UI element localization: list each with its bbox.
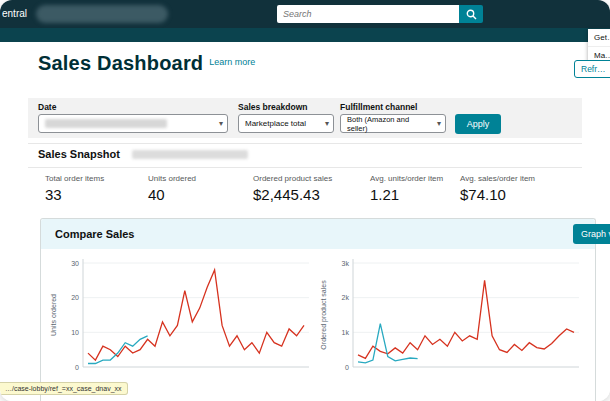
search-button[interactable] — [459, 5, 483, 23]
svg-text:0: 0 — [75, 364, 79, 371]
stat-label: Units ordered — [148, 174, 196, 183]
sales-breakdown-filter: Sales breakdown Marketplace total ▾ — [238, 102, 334, 133]
svg-text:0: 0 — [345, 364, 349, 371]
divider — [28, 143, 582, 144]
charts-row: 0102030Units ordered 01k2k3kOrdered prod… — [41, 249, 595, 381]
fulfillment-filter: Fulfillment channel Both (Amazon and sel… — [340, 102, 446, 133]
stat-value: 40 — [148, 186, 196, 203]
svg-text:30: 30 — [71, 260, 79, 267]
svg-text:3k: 3k — [342, 260, 350, 267]
divider — [28, 167, 582, 168]
sales-breakdown-select[interactable]: Marketplace total ▾ — [238, 114, 334, 133]
chevron-down-icon: ▾ — [325, 119, 329, 128]
filter-bar: Date ▾ Sales breakdown Marketplace total… — [28, 98, 582, 138]
units-ordered-chart: 0102030Units ordered — [47, 253, 317, 381]
date-filter: Date ▾ — [38, 102, 228, 133]
stat-label: Total order items — [45, 174, 104, 183]
svg-text:10: 10 — [71, 329, 79, 336]
page-title: Sales Dashboard — [38, 52, 203, 75]
redacted-account-info — [36, 5, 168, 23]
chevron-down-icon: ▾ — [437, 119, 441, 128]
stat-avg-units-order-item: Avg. units/order item 1.21 — [370, 174, 443, 203]
stat-value: 33 — [45, 186, 104, 203]
ordered-product-sales-chart: 01k2k3kOrdered product sales — [317, 253, 587, 381]
stat-units-ordered: Units ordered 40 — [148, 174, 196, 203]
stat-value: 1.21 — [370, 186, 443, 203]
chevron-down-icon: ▾ — [219, 119, 223, 128]
fulfillment-label: Fulfillment channel — [340, 102, 446, 112]
graph-view-button[interactable]: Graph vi… — [573, 224, 610, 244]
settings-flyout-menu: Get… Ma… — [588, 29, 610, 64]
svg-text:1k: 1k — [342, 329, 350, 336]
compare-sales-header: Compare Sales Graph vi… — [41, 219, 595, 249]
apply-button[interactable]: Apply — [455, 114, 501, 134]
stat-value: $2,445.43 — [253, 186, 332, 203]
stat-value: $74.10 — [460, 186, 535, 203]
seller-central-logo[interactable]: entral — [2, 8, 27, 19]
sales-snapshot-title: Sales Snapshot — [38, 148, 120, 160]
fulfillment-select[interactable]: Both (Amazon and seller) ▾ — [340, 114, 446, 133]
stat-ordered-product-sales: Ordered product sales $2,445.43 — [253, 174, 332, 203]
main-content: Sales Dashboard Learn more Date ▾ Sales … — [0, 42, 610, 401]
top-header: entral — [0, 0, 610, 28]
compare-sales-title: Compare Sales — [55, 228, 134, 240]
browser-window: entral Get… Ma… Refr… Sales Dashboard Le… — [0, 0, 610, 401]
redacted-date-value — [45, 119, 167, 128]
sales-breakdown-label: Sales breakdown — [238, 102, 334, 112]
stat-label: Avg. units/order item — [370, 174, 443, 183]
flyout-menu-item[interactable]: Get… — [588, 29, 610, 47]
page-title-row: Sales Dashboard Learn more — [38, 52, 255, 75]
date-select[interactable]: ▾ — [38, 114, 228, 133]
date-filter-label: Date — [38, 102, 228, 112]
stat-total-order-items: Total order items 33 — [45, 174, 104, 203]
compare-sales-panel: Compare Sales Graph vi… 0102030Units ord… — [40, 218, 596, 401]
stat-label: Ordered product sales — [253, 174, 332, 183]
link-preview-statusbar: …/case-lobby/ref_=xx_case_dnav_xx — [0, 382, 128, 395]
fulfillment-value: Both (Amazon and seller) — [347, 115, 431, 133]
secondary-nav — [0, 28, 610, 42]
search-input[interactable] — [277, 5, 459, 23]
sales-breakdown-value: Marketplace total — [245, 119, 306, 128]
svg-text:Ordered product sales: Ordered product sales — [320, 280, 328, 350]
svg-text:2k: 2k — [342, 294, 350, 301]
refresh-button[interactable]: Refr… — [574, 60, 610, 78]
stat-label: Avg. sales/order item — [460, 174, 535, 183]
svg-text:20: 20 — [71, 294, 79, 301]
search-bar — [277, 5, 483, 23]
stat-avg-sales-order-item: Avg. sales/order item $74.10 — [460, 174, 535, 203]
redacted-snapshot-timestamp — [132, 150, 248, 159]
svg-text:Units ordered: Units ordered — [50, 294, 57, 336]
learn-more-link[interactable]: Learn more — [209, 57, 255, 67]
search-icon — [466, 9, 477, 20]
